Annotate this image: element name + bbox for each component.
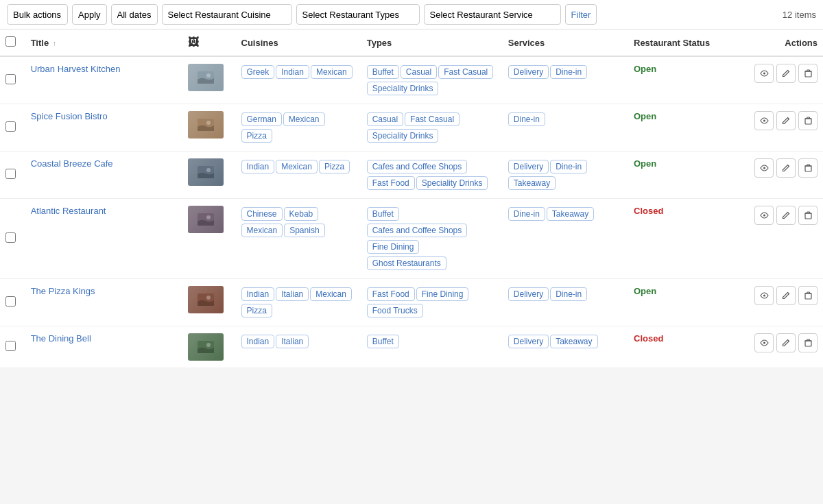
type-tag: Fast Food [367,287,415,301]
delete-button[interactable] [798,286,818,305]
type-tag: Food Trucks [367,304,423,317]
view-button[interactable] [754,286,774,305]
toolbar: Bulk actions Apply All dates Select Rest… [0,0,823,29]
svg-point-21 [206,296,211,300]
cuisine-cell: IndianItalian [236,326,361,368]
svg-rect-3 [805,71,811,77]
service-tag: Delivery [508,335,549,348]
restaurant-name-link[interactable]: Coastal Breeze Cafe [31,158,113,169]
service-cell: DeliveryDine-inTakeaway [503,152,628,199]
view-button[interactable] [754,158,774,178]
delete-button[interactable] [798,206,818,225]
type-cell: Cafes and Coffee ShopsFast FoodSpecialit… [361,152,503,199]
delete-button[interactable] [798,111,818,130]
svg-point-27 [763,342,765,344]
row-checkbox[interactable] [5,169,16,179]
filter-button[interactable]: Filter [565,4,597,25]
cuisine-cell: IndianItalianMexicanPizza [236,279,361,326]
cuisine-tag: Mexican [310,287,352,301]
type-cell: Buffet [361,326,503,368]
types-filter-select[interactable]: Select Restaurant Types [296,4,420,25]
restaurant-thumbnail [188,158,224,186]
edit-button[interactable] [776,206,796,225]
svg-point-7 [763,120,765,122]
cuisine-tag: Pizza [319,160,350,173]
delete-button[interactable] [798,64,818,83]
restaurant-name-link[interactable]: The Dining Bell [31,333,91,344]
view-button[interactable] [754,64,774,83]
type-cell: BuffetCafes and Coffee ShopsFine DiningG… [361,199,503,279]
delete-button[interactable] [798,158,818,178]
row-checkbox[interactable] [5,74,16,84]
bulk-actions-select[interactable]: Bulk actions [7,4,68,25]
service-tag: Dine-in [550,65,587,79]
table-row: Coastal Breeze CafeIndianMexicanPizzaCaf… [0,152,823,199]
service-cell: DeliveryDine-in [503,279,628,326]
restaurant-name-link[interactable]: Spice Fusion Bistro [31,111,108,121]
type-tag: Buffet [367,207,399,221]
cuisine-tag: Italian [276,335,309,348]
svg-rect-18 [805,213,811,219]
cuisine-tag: Pizza [241,129,272,143]
table-row: Urban Harvest KitchenGreekIndianMexicanB… [0,56,823,104]
delete-button[interactable] [798,333,818,352]
edit-button[interactable] [776,333,796,352]
title-col-header[interactable]: Title ↑ [25,29,182,56]
svg-rect-8 [805,119,811,124]
service-tag: Takeaway [547,207,594,221]
cuisine-tag: Italian [276,287,309,301]
actions-cell [738,326,823,368]
service-cell: DeliveryTakeaway [503,326,628,368]
view-button[interactable] [754,333,774,352]
cuisine-tag: Chinese [241,207,283,221]
type-cell: Fast FoodFine DiningFood Trucks [361,279,503,326]
status-col-header: Restaurant Status [628,29,738,56]
restaurant-name-link[interactable]: Urban Harvest Kitchen [31,64,121,74]
edit-button[interactable] [776,158,796,178]
type-tag: Casual [401,65,437,79]
row-checkbox[interactable] [5,296,16,307]
view-button[interactable] [754,111,774,130]
status-cell: Open [628,56,738,104]
svg-rect-23 [805,293,811,299]
svg-point-22 [763,295,765,297]
type-tag: Fine Dining [367,240,420,254]
type-tag: Fine Dining [416,287,469,301]
row-checkbox[interactable] [5,341,16,351]
row-checkbox[interactable] [5,121,16,132]
svg-point-1 [206,73,211,77]
edit-button[interactable] [776,111,796,130]
view-button[interactable] [754,206,774,225]
table-row: The Dining BellIndianItalianBuffetDelive… [0,326,823,368]
img-col-header: 🖼 [182,29,236,56]
service-filter-select[interactable]: Select Restaurant Service [424,4,561,25]
cuisine-tag: Indian [276,65,309,79]
svg-rect-28 [805,341,811,346]
svg-point-16 [206,215,211,219]
status-cell: Open [628,152,738,199]
service-tag: Dine-in [550,287,587,301]
items-count: 12 items [783,10,816,20]
cuisine-tag: Mexican [276,160,318,173]
apply-button[interactable]: Apply [72,4,107,25]
edit-button[interactable] [776,286,796,305]
status-badge: Closed [634,206,663,216]
restaurant-thumbnail [188,206,224,233]
restaurant-name-link[interactable]: The Pizza Kings [31,286,95,296]
cuisine-tag: Mexican [241,224,283,237]
edit-button[interactable] [776,64,796,83]
cuisine-filter-select[interactable]: Select Restaurant Cuisine [162,4,292,25]
service-cell: Dine-inTakeaway [503,199,628,279]
date-filter-select[interactable]: All dates [111,4,158,25]
cuisine-tag: Indian [241,160,275,173]
service-tag: Dine-in [508,112,545,126]
actions-col-header: Actions [738,29,823,56]
row-checkbox[interactable] [5,232,16,243]
type-tag: Speciality Drinks [416,176,488,190]
select-all-checkbox[interactable] [5,36,16,47]
svg-point-2 [763,73,765,75]
service-tag: Delivery [508,65,549,79]
restaurant-name-link[interactable]: Atlantic Restaurant [31,206,106,216]
services-col-header: Services [503,29,628,56]
svg-point-26 [206,343,211,347]
